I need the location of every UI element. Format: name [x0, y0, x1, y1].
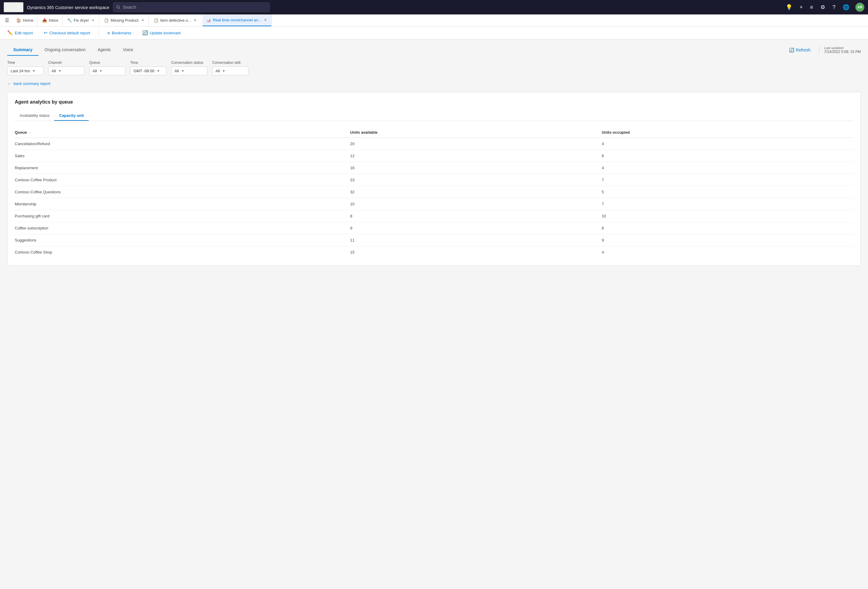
- tab-real-time-label: Real time omnichannel an...: [213, 18, 261, 22]
- cell-units-occupied-8: 9: [602, 234, 853, 246]
- bookmarks-icon: ≡: [107, 30, 110, 35]
- cell-units-available-5: 10: [350, 198, 602, 210]
- cell-units-available-2: 16: [350, 162, 602, 174]
- cell-units-occupied-6: 10: [602, 210, 853, 222]
- cell-units-occupied-7: 8: [602, 222, 853, 234]
- column-header-units-available: Units available: [350, 127, 602, 138]
- cell-units-occupied-9: 4: [602, 246, 853, 258]
- tab-fix-dryer[interactable]: 🔧 Fix dryer ✕: [63, 15, 99, 26]
- help-icon-button[interactable]: ?: [831, 3, 837, 12]
- tab-missing-product[interactable]: 📋 Missing Product ✕: [100, 15, 149, 26]
- checkout-default-report-button[interactable]: ↩ Checkout default report: [41, 29, 93, 37]
- user-avatar[interactable]: AR: [855, 3, 864, 12]
- tab-home[interactable]: 🏠 Home: [13, 15, 37, 26]
- filter-conv-skill-select[interactable]: All ▼: [212, 66, 248, 75]
- column-header-queue[interactable]: Queue ↑: [15, 127, 350, 138]
- filter-time2-value: GMT -08:00: [133, 69, 154, 73]
- table-row: Contoso Coffee Product 23 7: [15, 174, 853, 186]
- cell-units-occupied-0: 4: [602, 138, 853, 150]
- tab-real-time[interactable]: 📊 Real time omnichannel an... ✕: [202, 15, 272, 26]
- inner-tabs: Availability status Capacity unit: [15, 111, 853, 121]
- cell-units-occupied-2: 4: [602, 162, 853, 174]
- settings-icon-button[interactable]: ⚙: [819, 3, 827, 12]
- tab-summary[interactable]: Summary: [7, 44, 38, 56]
- edit-report-label: Edit report: [15, 31, 33, 35]
- tab-real-time-close[interactable]: ✕: [263, 18, 268, 22]
- update-bookmark-button[interactable]: 🔄 Update bookmark: [140, 29, 183, 37]
- tab-inbox[interactable]: 📥 Inbox: [38, 15, 62, 26]
- menu-icon-button[interactable]: ≡: [809, 3, 814, 12]
- back-link-label: back summary report: [13, 81, 50, 86]
- cell-queue-0: Cancellation/Refund: [15, 138, 350, 150]
- tab-voice[interactable]: Voice: [117, 44, 139, 56]
- cell-units-available-1: 12: [350, 150, 602, 162]
- cell-queue-9: Contoso Coffee Shop: [15, 246, 350, 258]
- tab-agents[interactable]: Agents: [92, 44, 117, 56]
- filter-time2-select[interactable]: GMT -08:00 ▼: [130, 66, 166, 75]
- tab-home-label: Home: [23, 18, 34, 23]
- filter-time2-label: Time: [130, 60, 166, 65]
- search-icon: [116, 5, 121, 9]
- cell-queue-8: Suggestions: [15, 234, 350, 246]
- filter-queue: Queue All ▼: [89, 60, 125, 75]
- search-input[interactable]: [123, 5, 266, 10]
- card-title: Agent analytics by queue: [15, 99, 853, 105]
- app-brand: Dynamics 365 Customer service workspace: [27, 5, 109, 10]
- refresh-button[interactable]: 🔄 Refresh: [785, 46, 814, 54]
- table-row: Coffee subscription 9 8: [15, 222, 853, 234]
- cell-units-available-7: 9: [350, 222, 602, 234]
- hamburger-button[interactable]: ☰: [2, 16, 12, 24]
- last-updated: Last updated 7/14/2022 5:08: 15 PM: [819, 46, 861, 54]
- filter-conv-skill-value: All: [216, 69, 220, 73]
- tab-fix-dryer-close[interactable]: ✕: [91, 18, 95, 23]
- sort-icon-queue: ↑: [29, 131, 31, 134]
- cell-units-available-6: 8: [350, 210, 602, 222]
- chevron-down-icon-6: ▼: [222, 69, 225, 72]
- tab-item-defective-close[interactable]: ✕: [193, 18, 198, 23]
- waffle-menu-button[interactable]: ⋮⋮⋮: [4, 2, 24, 12]
- table-row: Membership 10 7: [15, 198, 853, 210]
- filter-time1-value: Last 24 hrs: [10, 69, 30, 73]
- tab-capacity-unit[interactable]: Capacity unit: [54, 111, 89, 121]
- filters-row: Time Last 24 hrs ▼ Channel All ▼ Queue A…: [7, 60, 861, 75]
- back-link[interactable]: ← back summary report: [7, 81, 861, 86]
- filter-time1-select[interactable]: Last 24 hrs ▼: [7, 66, 43, 75]
- bookmarks-label: Bookmarks: [112, 31, 131, 35]
- agent-analytics-card: Agent analytics by queue Availability st…: [7, 92, 861, 266]
- tab-ongoing-conversation[interactable]: Ongoing conversation: [38, 44, 92, 56]
- filter-time1-label: Time: [7, 60, 43, 65]
- table-row: Suggestions 11 9: [15, 234, 853, 246]
- top-nav-icons: 💡 + ≡ ⚙ ? 🌐 AR: [784, 3, 864, 12]
- edit-report-button[interactable]: ✏️ Edit report: [5, 29, 35, 37]
- cell-queue-3: Contoso Coffee Product: [15, 174, 350, 186]
- global-search[interactable]: [113, 2, 270, 12]
- table-row: Replacement 16 4: [15, 162, 853, 174]
- report-tabs: Summary Ongoing conversation Agents Voic…: [7, 44, 139, 56]
- last-updated-label: Last updated: [824, 46, 861, 50]
- chevron-down-icon-3: ▼: [99, 69, 102, 72]
- table-row: Contoso Coffee Questions 32 5: [15, 186, 853, 198]
- wrench-icon: 🔧: [67, 18, 72, 23]
- tab-availability-status[interactable]: Availability status: [15, 111, 54, 121]
- chevron-down-icon-5: ▼: [181, 69, 184, 72]
- cell-units-occupied-5: 7: [602, 198, 853, 210]
- tab-missing-product-close[interactable]: ✕: [140, 18, 145, 23]
- toolbar: ✏️ Edit report ↩ Checkout default report…: [0, 27, 868, 40]
- filter-time2: Time GMT -08:00 ▼: [130, 60, 166, 75]
- refresh-area: 🔄 Refresh Last updated 7/14/2022 5:08: 1…: [785, 46, 861, 54]
- globe-icon-button[interactable]: 🌐: [841, 3, 850, 12]
- plus-icon-button[interactable]: +: [799, 3, 804, 12]
- cell-units-available-9: 15: [350, 246, 602, 258]
- svg-point-0: [117, 6, 120, 8]
- bookmarks-button[interactable]: ≡ Bookmarks: [105, 29, 134, 37]
- filter-queue-select[interactable]: All ▼: [89, 66, 125, 75]
- filter-channel-select[interactable]: All ▼: [48, 66, 84, 75]
- tab-item-defective[interactable]: 📋 Item defective o... ✕: [150, 15, 202, 26]
- lightbulb-icon-button[interactable]: 💡: [784, 3, 794, 12]
- filter-conv-status-select[interactable]: All ▼: [171, 66, 207, 75]
- chevron-down-icon-4: ▼: [157, 69, 160, 72]
- chart-icon: 📊: [206, 18, 211, 22]
- filter-channel-value: All: [52, 69, 56, 73]
- report-header: Summary Ongoing conversation Agents Voic…: [7, 44, 861, 56]
- top-nav-bar: ⋮⋮⋮ Dynamics 365 Customer service worksp…: [0, 0, 868, 15]
